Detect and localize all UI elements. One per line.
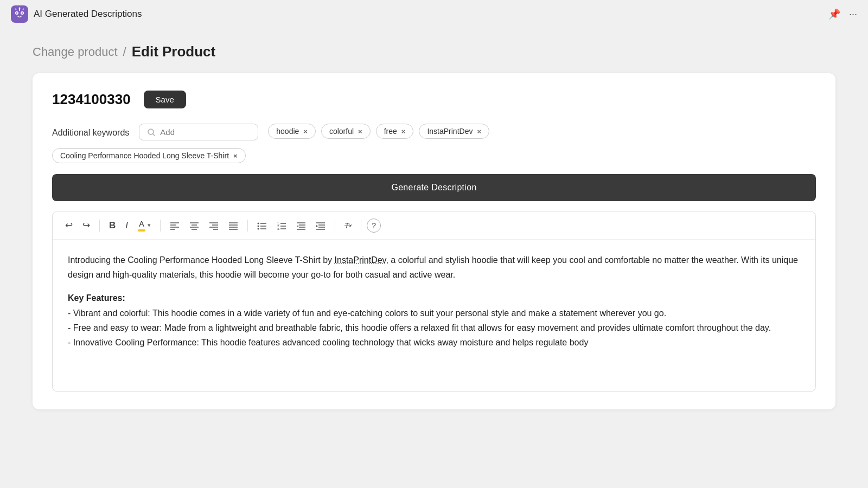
highlight-icon: A [138, 219, 145, 232]
tag-colorful-remove[interactable]: × [358, 127, 362, 136]
svg-text:3.: 3. [277, 227, 280, 230]
generate-description-button[interactable]: Generate Description [52, 174, 816, 201]
tag-instaprintdev-remove[interactable]: × [477, 127, 481, 136]
bullet-list-icon [257, 221, 267, 230]
editor-wrap: ↩ ↪ B I A ▾ [52, 211, 816, 392]
app-logo-icon [11, 5, 28, 23]
svg-marker-48 [316, 225, 318, 227]
tag-free-remove[interactable]: × [401, 127, 406, 136]
breadcrumb-link[interactable]: Change product [33, 45, 118, 59]
bold-button[interactable]: B [105, 218, 119, 233]
toolbar-separator-4 [335, 220, 335, 232]
svg-point-4 [22, 12, 23, 14]
tag-hoodie: hoodie × [268, 124, 316, 139]
align-right-button[interactable] [205, 219, 222, 232]
breadcrumb: Change product / Edit Product [0, 28, 868, 73]
tag-product-name: Cooling Performance Hooded Long Sleeve T… [52, 148, 246, 163]
help-button[interactable]: ? [367, 219, 381, 233]
outdent-button[interactable] [292, 219, 310, 232]
feature-1: - Vibrant and colorful: This hoodie come… [68, 306, 800, 320]
keywords-label: Additional keywords [52, 128, 129, 138]
feature-3: - Innovative Cooling Performance: This h… [68, 335, 800, 350]
editor-content[interactable]: Introducing the Cooling Performance Hood… [53, 240, 815, 391]
svg-point-29 [258, 225, 259, 227]
redo-button[interactable]: ↪ [79, 217, 94, 233]
breadcrumb-separator: / [123, 45, 126, 59]
breadcrumb-current: Edit Product [132, 43, 216, 60]
toolbar-separator-5 [361, 220, 361, 232]
align-left-button[interactable] [166, 219, 183, 232]
svg-point-27 [258, 222, 259, 224]
ordered-list-button[interactable]: 1. 2. 3. [273, 219, 290, 232]
tags-group: hoodie × colorful × free × InstaPrintDev… [268, 124, 489, 139]
tag-colorful: colorful × [321, 124, 371, 139]
search-icon [147, 128, 156, 137]
highlight-button[interactable]: A ▾ [134, 217, 155, 234]
save-button[interactable]: Save [144, 91, 186, 108]
more-menu-icon[interactable]: ··· [849, 9, 857, 20]
editor-intro-paragraph: Introducing the Cooling Performance Hood… [68, 253, 800, 282]
undo-button[interactable]: ↩ [61, 217, 76, 233]
toolbar-separator-1 [99, 220, 100, 232]
toolbar-separator-3 [247, 220, 248, 232]
titlebar: AI Generated Descriptions 📌 ··· [0, 0, 868, 28]
svg-point-31 [258, 228, 259, 229]
keywords-row: Additional keywords hoodie × colorful × … [52, 124, 816, 140]
app-title: AI Generated Descriptions [34, 9, 142, 20]
align-left-icon [170, 221, 180, 230]
ordered-list-icon: 1. 2. 3. [277, 221, 286, 230]
svg-line-10 [153, 133, 155, 136]
align-center-button[interactable] [186, 219, 203, 232]
indent-icon [316, 221, 326, 230]
align-right-icon [209, 221, 219, 230]
main-card: 1234100330 Save Additional keywords hood… [33, 73, 835, 409]
editor-features-section: Key Features: - Vibrant and colorful: Th… [68, 291, 800, 350]
titlebar-left: AI Generated Descriptions [11, 5, 142, 23]
clear-format-button[interactable]: Tx [341, 219, 355, 232]
tag-hoodie-remove[interactable]: × [303, 127, 308, 136]
italic-button[interactable]: I [122, 218, 132, 233]
keywords-input-wrap [139, 124, 258, 140]
feature-2: - Free and easy to wear: Made from a lig… [68, 320, 800, 335]
tag-free: free × [376, 124, 414, 139]
svg-marker-43 [297, 225, 298, 227]
pin-icon[interactable]: 📌 [828, 8, 840, 20]
product-header: 1234100330 Save [52, 91, 816, 108]
features-title: Key Features: [68, 291, 800, 305]
editor-toolbar: ↩ ↪ B I A ▾ [53, 211, 815, 240]
bullet-list-button[interactable] [253, 219, 271, 232]
titlebar-right: 📌 ··· [828, 8, 857, 20]
toolbar-separator-2 [160, 220, 161, 232]
instaprintdev-link: InstaPrintDev [335, 255, 386, 265]
long-tag-row: Cooling Performance Hooded Long Sleeve T… [52, 148, 816, 163]
svg-point-6 [19, 8, 21, 9]
svg-rect-5 [19, 9, 20, 11]
outdent-icon [296, 221, 306, 230]
justify-icon [228, 221, 238, 230]
indent-button[interactable] [312, 219, 329, 232]
align-center-icon [189, 221, 199, 230]
tag-product-name-remove[interactable]: × [233, 152, 238, 160]
keyword-input[interactable] [160, 127, 247, 137]
justify-button[interactable] [225, 219, 242, 232]
svg-point-3 [16, 12, 18, 14]
product-id: 1234100330 [52, 91, 131, 108]
tag-instaprintdev: InstaPrintDev × [419, 124, 489, 139]
